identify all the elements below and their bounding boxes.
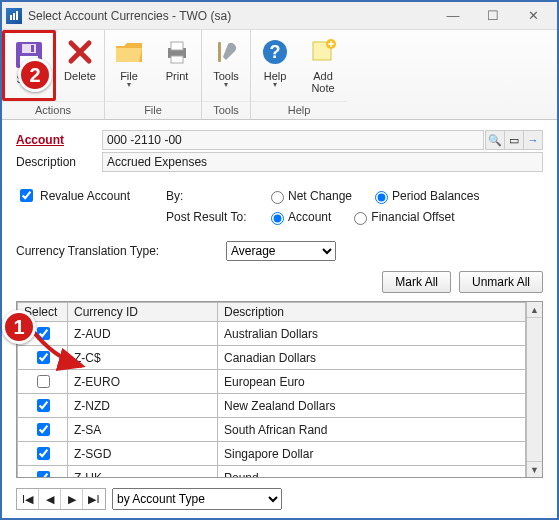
nav-prev-button[interactable]: ◀ (39, 489, 61, 509)
svg-text:?: ? (270, 42, 281, 62)
cell-currencyid: Z-NZD (68, 394, 218, 418)
table-row[interactable]: Z-C$Canadian Dollars (18, 346, 526, 370)
cell-description: Pound (218, 466, 526, 478)
svg-rect-10 (218, 42, 221, 62)
lookup-icon[interactable]: 🔍 (485, 130, 505, 150)
col-description[interactable]: Description (218, 303, 526, 322)
periodbal-radio[interactable]: Period Balances (370, 188, 479, 204)
svg-rect-6 (31, 45, 34, 52)
account-field[interactable]: 000 -2110 -00 (102, 130, 484, 150)
ribbon-group-file: File ▾ Print File (105, 30, 202, 119)
cell-description: Australian Dollars (218, 322, 526, 346)
revalue-checkbox[interactable]: Revalue Account (16, 186, 166, 205)
scroll-up-icon[interactable]: ▲ (527, 302, 542, 318)
title-bar: Select Account Currencies - TWO (sa) — ☐… (2, 2, 557, 30)
ctt-select[interactable]: Average (226, 241, 336, 261)
close-button[interactable]: ✕ (513, 2, 553, 30)
record-nav: I◀ ◀ ▶ ▶I (16, 488, 106, 510)
table-row[interactable]: Z-NZDNew Zealand Dollars (18, 394, 526, 418)
window-title: Select Account Currencies - TWO (sa) (28, 9, 231, 23)
folder-icon (113, 36, 145, 68)
minimize-button[interactable]: — (433, 2, 473, 30)
row-checkbox[interactable] (37, 351, 50, 364)
ribbon-group-tools-label: Tools (202, 101, 250, 119)
row-checkbox[interactable] (37, 471, 50, 477)
description-label: Description (16, 155, 102, 169)
arrow-right-icon[interactable]: → (523, 130, 543, 150)
mark-all-button[interactable]: Mark All (382, 271, 451, 293)
tools-icon (210, 36, 242, 68)
netchange-radio[interactable]: Net Change (266, 188, 352, 204)
table-row[interactable]: Z-AUDAustralian Dollars (18, 322, 526, 346)
row-checkbox[interactable] (37, 399, 50, 412)
file-button[interactable]: File ▾ (105, 30, 153, 101)
description-field: Accrued Expenses (102, 152, 543, 172)
cell-currencyid: Z-UK (68, 466, 218, 478)
callout-2: 2 (18, 58, 52, 92)
chevron-down-icon: ▾ (224, 80, 228, 89)
table-row[interactable]: Z-EUROEuropean Euro (18, 370, 526, 394)
print-label: Print (166, 70, 189, 82)
postresult-label: Post Result To: (166, 210, 266, 224)
cell-description: New Zealand Dollars (218, 394, 526, 418)
app-window: Select Account Currencies - TWO (sa) — ☐… (0, 0, 559, 520)
add-note-label: AddNote (311, 70, 334, 94)
ribbon-group-help: ? Help ▾ AddNote Help (251, 30, 347, 119)
svg-rect-2 (16, 11, 18, 20)
ribbon-group-file-label: File (105, 101, 201, 119)
nav-last-button[interactable]: ▶I (83, 489, 105, 509)
table-row[interactable]: Z-SASouth African Rand (18, 418, 526, 442)
chevron-down-icon: ▾ (127, 80, 131, 89)
currency-table: Select Currency ID Description Z-AUDAust… (17, 302, 526, 477)
delete-button[interactable]: Delete (56, 30, 104, 101)
cell-currencyid: Z-AUD (68, 322, 218, 346)
delete-label: Delete (64, 70, 96, 82)
ribbon: Save Delete Actions File ▾ (2, 30, 557, 120)
scroll-down-icon[interactable]: ▼ (527, 461, 542, 477)
print-button[interactable]: Print (153, 30, 201, 101)
nav-next-button[interactable]: ▶ (61, 489, 83, 509)
cell-currencyid: Z-EURO (68, 370, 218, 394)
print-icon (161, 36, 193, 68)
chevron-down-icon: ▾ (273, 80, 277, 89)
content-area: Account 000 -2110 -00 🔍 ▭ → Description … (2, 120, 557, 518)
maximize-button[interactable]: ☐ (473, 2, 513, 30)
col-currencyid[interactable]: Currency ID (68, 303, 218, 322)
row-checkbox[interactable] (37, 327, 50, 340)
cell-currencyid: Z-C$ (68, 346, 218, 370)
account-radio[interactable]: Account (266, 209, 331, 225)
add-note-button[interactable]: AddNote (299, 30, 347, 101)
ctt-label: Currency Translation Type: (16, 244, 226, 258)
nav-first-button[interactable]: I◀ (17, 489, 39, 509)
row-checkbox[interactable] (37, 375, 50, 388)
row-checkbox[interactable] (37, 447, 50, 460)
row-checkbox[interactable] (37, 423, 50, 436)
cell-currencyid: Z-SGD (68, 442, 218, 466)
delete-icon (64, 36, 96, 68)
callout-1: 1 (2, 310, 36, 344)
expand-icon[interactable]: ▭ (504, 130, 524, 150)
nav-sort-select[interactable]: by Account Type (112, 488, 282, 510)
help-icon: ? (259, 36, 291, 68)
vertical-scrollbar[interactable]: ▲ ▼ (526, 302, 542, 477)
svg-rect-1 (13, 13, 15, 20)
table-row[interactable]: Z-UKPound (18, 466, 526, 478)
ribbon-group-tools: Tools ▾ Tools (202, 30, 251, 119)
revalue-checkbox-input[interactable] (20, 189, 33, 202)
cell-description: South African Rand (218, 418, 526, 442)
help-button[interactable]: ? Help ▾ (251, 30, 299, 101)
table-row[interactable]: Z-SGDSingapore Dollar (18, 442, 526, 466)
cell-description: Canadian Dollars (218, 346, 526, 370)
svg-rect-8 (171, 42, 183, 50)
tools-button[interactable]: Tools ▾ (202, 30, 250, 101)
app-icon (6, 8, 22, 24)
svg-rect-0 (10, 15, 12, 20)
by-label: By: (166, 189, 266, 203)
finoffset-radio[interactable]: Financial Offset (349, 209, 454, 225)
cell-currencyid: Z-SA (68, 418, 218, 442)
cell-description: Singapore Dollar (218, 442, 526, 466)
ribbon-group-help-label: Help (251, 101, 347, 119)
unmark-all-button[interactable]: Unmark All (459, 271, 543, 293)
account-label-link[interactable]: Account (16, 133, 102, 147)
currency-grid: Select Currency ID Description Z-AUDAust… (16, 301, 543, 478)
